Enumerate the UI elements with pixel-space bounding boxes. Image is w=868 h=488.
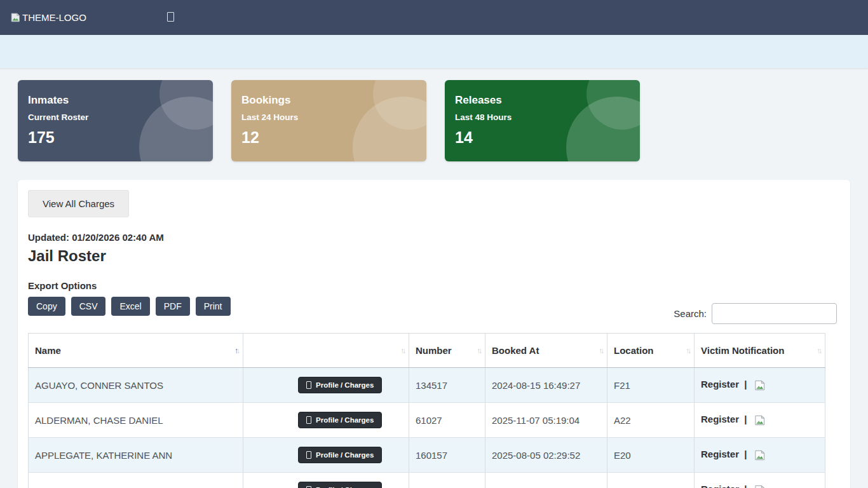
victim-notification-cell: Register | [695, 368, 825, 403]
inmate-location: A22 [607, 403, 695, 438]
secondary-header-band [0, 35, 868, 69]
missing-glyph-icon [306, 416, 311, 424]
table-header-row: Name ↑↓ ↑↓ Number ↑↓ Booked At ↑↓ Locati… [29, 334, 825, 368]
export-excel-button[interactable]: Excel [111, 297, 149, 316]
victim-notification-cell: Register | [695, 473, 825, 488]
search-label: Search: [674, 308, 707, 319]
jail-roster-card: View All Charges Updated: 01/20/2026 02:… [18, 180, 850, 488]
top-navbar: THEME-LOGO [0, 0, 868, 35]
stat-card-row: Inmates Current Roster 175 Bookings Last… [0, 69, 868, 161]
register-separator: | [744, 484, 747, 488]
table-row: ALDERMAN, CHASE DANIEL Profile / Charges… [29, 403, 825, 438]
view-all-charges-button[interactable]: View All Charges [28, 190, 129, 217]
register-link[interactable]: Register [701, 414, 739, 424]
missing-glyph-icon [306, 451, 311, 459]
stat-card-bookings: Bookings Last 24 Hours 12 [231, 80, 426, 161]
sort-icons: ↑↓ [817, 346, 820, 355]
inmate-name: APPLEGATE, KATHERINE ANN [29, 438, 243, 473]
victim-notification-cell: Register | [695, 403, 825, 438]
register-separator: | [744, 449, 747, 459]
table-row: Profile / Charges Register | [29, 473, 825, 488]
broken-image-icon[interactable] [754, 484, 766, 488]
brand-logo-alt-text: THEME-LOGO [22, 12, 86, 23]
sort-desc-icon: ↓ [688, 346, 689, 355]
missing-glyph-icon [306, 381, 311, 389]
stat-card-title: Inmates [28, 94, 203, 107]
column-header-victim-notification[interactable]: Victim Notification ↑↓ [695, 334, 825, 368]
export-print-button[interactable]: Print [196, 297, 231, 316]
stat-card-title: Bookings [241, 94, 416, 107]
sort-desc-icon: ↓ [600, 346, 602, 355]
actions-cell: Profile / Charges [243, 368, 409, 403]
register-separator: | [744, 414, 747, 424]
missing-glyph-icon [167, 12, 174, 22]
profile-charges-label: Profile / Charges [316, 381, 374, 389]
actions-cell: Profile / Charges [243, 403, 409, 438]
sort-icons: ↑↓ [686, 346, 689, 355]
actions-cell: Profile / Charges [243, 473, 409, 488]
sort-desc-icon: ↓ [818, 346, 820, 355]
broken-image-icon[interactable] [754, 414, 766, 426]
stat-card-value: 12 [241, 128, 416, 147]
profile-charges-button[interactable]: Profile / Charges [298, 447, 382, 463]
sort-icons: ↑↓ [234, 346, 238, 355]
sort-desc-icon: ↓ [402, 346, 404, 355]
stat-card-title: Releases [455, 94, 630, 107]
booked-at: 2025-11-07 05:19:04 [485, 403, 607, 438]
menu-toggle-button[interactable] [167, 12, 174, 24]
page-title: Jail Roster [28, 247, 837, 265]
column-header-location[interactable]: Location ↑↓ [607, 334, 695, 368]
export-copy-button[interactable]: Copy [28, 297, 65, 316]
export-csv-button[interactable]: CSV [71, 297, 106, 316]
actions-cell: Profile / Charges [243, 438, 409, 473]
booked-at: 2025-08-05 02:29:52 [485, 438, 607, 473]
sort-desc-icon: ↓ [478, 346, 480, 355]
table-row: APPLEGATE, KATHERINE ANN Profile / Charg… [29, 438, 825, 473]
export-pdf-button[interactable]: PDF [156, 297, 190, 316]
stat-card-value: 175 [28, 128, 203, 147]
broken-image-icon[interactable] [754, 379, 766, 391]
stat-card-inmates: Inmates Current Roster 175 [18, 80, 213, 161]
profile-charges-label: Profile / Charges [316, 451, 374, 459]
sort-icons: ↑↓ [599, 346, 602, 355]
profile-charges-label: Profile / Charges [316, 416, 374, 424]
search-input[interactable] [712, 303, 837, 324]
column-header-actions[interactable]: ↑↓ [243, 334, 409, 368]
inmate-number: 160157 [409, 438, 485, 473]
inmate-location: E20 [607, 438, 695, 473]
register-separator: | [744, 379, 747, 390]
inmate-number: 134517 [409, 368, 485, 403]
profile-charges-button[interactable]: Profile / Charges [298, 482, 382, 488]
column-header-booked-at[interactable]: Booked At ↑↓ [485, 334, 607, 368]
sort-desc-icon: ↓ [236, 346, 238, 355]
inmate-number: 61027 [409, 403, 485, 438]
table-body: AGUAYO, CONNER SANTOS Profile / Charges … [29, 368, 825, 488]
register-link[interactable]: Register [701, 449, 739, 459]
inmate-name [29, 473, 243, 488]
stat-card-subtitle: Current Roster [28, 112, 203, 122]
profile-charges-button[interactable]: Profile / Charges [298, 412, 382, 428]
profile-charges-button[interactable]: Profile / Charges [298, 377, 382, 393]
inmate-number [409, 473, 485, 488]
stat-card-subtitle: Last 24 Hours [241, 112, 416, 122]
inmate-name: ALDERMAN, CHASE DANIEL [29, 403, 243, 438]
register-link[interactable]: Register [701, 484, 739, 488]
broken-image-icon[interactable] [754, 449, 766, 461]
updated-timestamp: Updated: 01/20/2026 02:40 AM [28, 232, 837, 243]
stat-card-releases: Releases Last 48 Hours 14 [445, 80, 640, 161]
inmate-location [607, 473, 695, 488]
booked-at: 2024-08-15 16:49:27 [485, 368, 607, 403]
column-header-number[interactable]: Number ↑↓ [409, 334, 485, 368]
register-link[interactable]: Register [701, 379, 739, 390]
booked-at [485, 473, 607, 488]
sort-icons: ↑↓ [400, 346, 404, 355]
table-row: AGUAYO, CONNER SANTOS Profile / Charges … [29, 368, 825, 403]
jail-roster-table: Name ↑↓ ↑↓ Number ↑↓ Booked At ↑↓ Locati… [28, 333, 825, 488]
table-search: Search: [674, 303, 837, 324]
broken-image-icon [10, 12, 21, 23]
inmate-name: AGUAYO, CONNER SANTOS [29, 368, 243, 403]
sort-icons: ↑↓ [477, 346, 480, 355]
brand-logo[interactable]: THEME-LOGO [10, 12, 86, 23]
column-header-name[interactable]: Name ↑↓ [29, 334, 243, 368]
stat-card-value: 14 [455, 128, 630, 147]
